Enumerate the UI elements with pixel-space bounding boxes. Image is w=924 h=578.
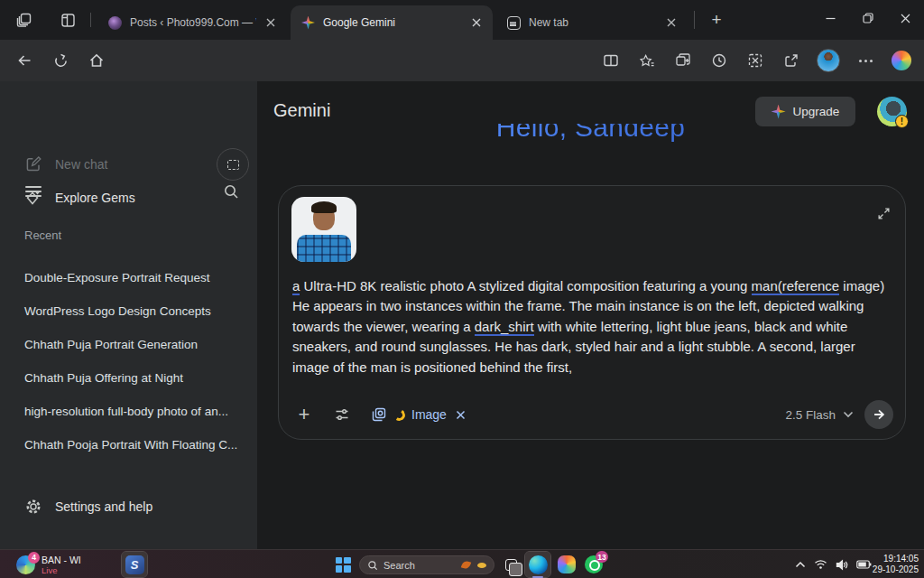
model-selector[interactable]: 2.5 Flash — [785, 408, 854, 422]
history-icon[interactable] — [706, 48, 733, 73]
greeting-clip: Hello, Sandeep — [257, 124, 924, 144]
prompt-card: a Ultra-HD 8K realistic photo A stylized… — [278, 185, 906, 440]
clock-date: 29-10-2025 — [872, 564, 919, 575]
avatar-image — [817, 49, 840, 72]
new-chat-label: New chat — [55, 157, 107, 172]
workspaces-icon[interactable] — [15, 11, 33, 29]
widget-badge: 4 — [28, 552, 40, 564]
model-label: 2.5 Flash — [785, 408, 836, 422]
widget-live-label: Live — [42, 565, 81, 575]
taskbar-search[interactable]: Search — [359, 555, 494, 574]
taskbar-whatsapp[interactable]: 13 — [581, 552, 606, 577]
copilot-icon — [558, 555, 576, 573]
settings-help-label: Settings and help — [55, 499, 152, 514]
attached-image-thumbnail[interactable] — [291, 197, 356, 262]
web-capture-icon[interactable] — [742, 48, 769, 73]
banana-icon — [393, 407, 406, 421]
edge-icon — [529, 555, 548, 574]
system-tray — [795, 550, 872, 578]
wifi-icon[interactable] — [814, 559, 827, 570]
taskbar-clock[interactable]: 19:14:05 29-10-2025 — [872, 554, 919, 575]
copilot-icon[interactable] — [888, 48, 915, 73]
tab-title: New tab — [529, 16, 657, 29]
image-tool-chip[interactable]: Image — [371, 406, 466, 423]
restore-button[interactable] — [849, 0, 887, 36]
image-chip-label: Image — [411, 407, 447, 422]
taskbar-edge[interactable] — [525, 552, 550, 577]
close-window-button[interactable] — [886, 0, 924, 36]
recent-chat-item[interactable]: WordPress Logo Design Concepts — [11, 294, 241, 327]
gem-icon — [25, 190, 42, 206]
gemini-spark-icon — [772, 105, 786, 119]
tab-title: Google Gemini — [323, 16, 462, 29]
taskbar-copilot[interactable] — [554, 552, 579, 577]
tab-close-icon[interactable] — [263, 15, 278, 30]
windows-taskbar: 4 BAN - WI Live S Search 13 — [0, 549, 924, 578]
widgets-icon: 4 — [16, 555, 35, 574]
minimize-button[interactable] — [811, 0, 849, 36]
tab-strip: Posts ‹ Photo999.Com — W Google Gemini N… — [0, 0, 924, 40]
widgets-button[interactable]: 4 BAN - WI Live — [11, 550, 87, 578]
recent-chat-item[interactable]: Chhath Pooja Portrait With Floating C... — [11, 428, 241, 461]
share-icon[interactable] — [778, 48, 805, 73]
battery-icon[interactable] — [856, 560, 872, 569]
prompt-input[interactable]: a Ultra-HD 8K realistic photo A stylized… — [292, 276, 892, 378]
tab-gemini[interactable]: Google Gemini — [291, 5, 493, 40]
new-chat-icon — [25, 156, 42, 172]
account-avatar[interactable]: ! — [877, 97, 907, 126]
new-tab-button[interactable]: + — [706, 9, 727, 31]
remove-tool-icon[interactable] — [456, 410, 466, 420]
gemini-star-favicon — [301, 16, 315, 30]
profile-avatar[interactable] — [815, 48, 842, 73]
hidden-icons-chevron[interactable] — [795, 561, 806, 568]
start-button[interactable] — [330, 552, 356, 577]
expand-icon[interactable] — [874, 204, 892, 222]
task-view-icon — [505, 559, 517, 571]
volume-icon[interactable] — [836, 559, 848, 571]
add-attachment-button[interactable]: + — [291, 402, 317, 427]
send-button[interactable] — [864, 400, 893, 429]
divider — [90, 13, 91, 27]
recent-chat-item[interactable]: high-resolution full-body photo of an... — [11, 395, 241, 427]
explore-gems-button[interactable]: Explore Gems — [11, 182, 227, 214]
explore-gems-label: Explore Gems — [55, 191, 135, 205]
refresh-button[interactable] — [47, 48, 74, 73]
tools-icon[interactable] — [329, 402, 355, 427]
new-tab-page-icon — [507, 16, 521, 30]
tab-newtab[interactable]: New tab — [496, 9, 688, 36]
fish-icon — [477, 563, 486, 568]
back-button[interactable] — [11, 48, 38, 73]
recent-chat-item[interactable]: Double-Exposure Portrait Request — [11, 261, 241, 294]
more-menu-icon[interactable] — [852, 48, 879, 73]
new-chat-button[interactable]: New chat — [11, 148, 227, 181]
photo999-favicon — [108, 16, 122, 30]
split-screen-icon[interactable] — [597, 48, 624, 73]
browser-toolbar: https://gemini.google.com/app?hl=en-GB — [0, 40, 924, 81]
gear-icon — [25, 499, 42, 515]
whatsapp-icon: 13 — [585, 555, 603, 573]
recent-chat-item[interactable]: Chhath Puja Offering at Night — [11, 361, 241, 394]
send-arrow-icon — [872, 407, 886, 422]
widget-title: BAN - WI — [42, 555, 81, 565]
prompt-toolbar: + Image 2.5 Flash — [291, 400, 893, 429]
taskbar-app-s[interactable]: S — [122, 552, 147, 577]
settings-help-button[interactable]: Settings and help — [11, 490, 227, 523]
gemini-app-title: Gemini — [273, 100, 330, 121]
dashed-box-icon — [227, 160, 239, 170]
gemini-sidebar: New chat Explore Gems Recent Double-Expo… — [0, 81, 257, 549]
tab-close-icon[interactable] — [664, 15, 679, 30]
upgrade-button[interactable]: Upgrade — [755, 97, 855, 126]
task-view-button[interactable] — [498, 552, 523, 577]
tab-close-icon[interactable] — [469, 15, 484, 30]
home-button[interactable] — [83, 48, 110, 73]
recent-chat-item[interactable]: Chhath Puja Portrait Generation — [11, 328, 241, 360]
clock-time: 19:14:05 — [872, 554, 919, 564]
tab-actions-icon[interactable] — [59, 11, 77, 29]
collections-icon[interactable] — [670, 48, 697, 73]
image-stack-icon — [371, 406, 387, 423]
search-icon — [367, 560, 378, 571]
favorites-icon[interactable] — [633, 48, 661, 73]
tab-photo999[interactable]: Posts ‹ Photo999.Com — W — [97, 9, 287, 36]
greeting-text: Hello, Sandeep — [496, 124, 685, 143]
temporary-chat-button[interactable] — [217, 148, 249, 181]
